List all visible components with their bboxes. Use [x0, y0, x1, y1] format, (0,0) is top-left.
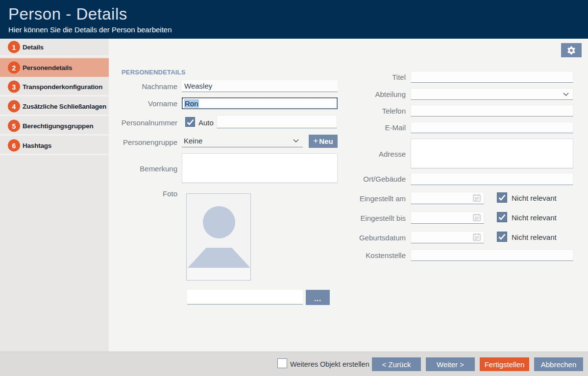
eingestellt-bis-label: Eingestellt bis	[332, 214, 406, 222]
back-button[interactable]: < Zurück	[372, 357, 421, 371]
eingestellt-bis-not-relevant-label: Nicht relevant	[512, 213, 557, 222]
step-number-badge: 1	[8, 41, 20, 53]
abteilung-select[interactable]	[411, 88, 573, 100]
kostenstelle-input[interactable]	[411, 249, 573, 261]
nachname-label: Nachname	[109, 82, 177, 91]
email-label: E-Mail	[332, 123, 406, 132]
step-label: Hashtags	[23, 142, 51, 149]
adresse-label: Adresse	[332, 150, 406, 158]
calendar-icon	[473, 233, 481, 241]
finish-button[interactable]: Fertigstellen	[480, 357, 529, 371]
new-button-label: Neu	[319, 137, 333, 145]
personalnummer-input[interactable]	[217, 115, 337, 128]
titel-label: Titel	[332, 73, 406, 81]
step-label: Zusätzliche Schließanlagen	[23, 103, 106, 110]
chevron-down-icon	[563, 93, 569, 96]
step-label: Berechtigungsgruppen	[23, 122, 94, 130]
foto-path-input[interactable]	[187, 290, 303, 305]
step-label: Transponderkonfiguration	[23, 83, 102, 91]
eingestellt-am-label: Eingestellt am	[332, 194, 406, 203]
ort-gebaeude-label: Ort/Gebäude	[332, 175, 406, 183]
plus-icon: +	[313, 136, 318, 146]
nachname-input[interactable]	[182, 80, 338, 92]
step-label: Personendetails	[23, 64, 72, 71]
cancel-button[interactable]: Abbrechen	[534, 357, 583, 371]
settings-button[interactable]	[561, 43, 582, 57]
geburtsdatum-not-relevant-checkbox[interactable]	[497, 232, 507, 242]
abteilung-label: Abteilung	[332, 90, 406, 98]
page-header: Person - Details Hier können Sie die Det…	[0, 0, 588, 39]
eingestellt-am-not-relevant-checkbox[interactable]	[497, 192, 507, 203]
wizard-step-transponderkonfiguration[interactable]: 3 Transponderkonfiguration	[0, 78, 109, 96]
footer-bar: Weiteres Objekt erstellen < Zurück Weite…	[0, 352, 588, 376]
calendar-icon	[473, 194, 481, 202]
personalnummer-label: Personalnummer	[109, 118, 177, 127]
eingestellt-am-not-relevant-label: Nicht relevant	[512, 194, 557, 202]
wizard-step-personendetails[interactable]: 2 Personendetails	[0, 58, 109, 77]
create-another-label: Weiteres Objekt erstellen	[290, 360, 369, 368]
personengruppe-label: Personengruppe	[109, 138, 177, 146]
geburtsdatum-label: Geburtsdatum	[332, 234, 406, 242]
wizard-step-details[interactable]: 1 Details	[0, 39, 109, 57]
wizard-step-hashtags[interactable]: 6 Hashtags	[0, 137, 109, 155]
bemerkung-label: Bemerkung	[109, 164, 177, 173]
titel-input[interactable]	[411, 71, 573, 83]
wizard-step-berechtigungsgruppen[interactable]: 5 Berechtigungsgruppen	[0, 118, 109, 136]
vorname-label: Vorname	[109, 99, 177, 108]
ellipsis-label: ...	[314, 295, 321, 303]
bemerkung-textarea[interactable]	[182, 153, 338, 183]
person-details-window: Person - Details Hier können Sie die Det…	[0, 0, 588, 376]
eingestellt-bis-not-relevant-checkbox[interactable]	[497, 212, 507, 222]
auto-checkbox-label: Auto	[198, 118, 214, 127]
email-input[interactable]	[411, 122, 573, 133]
eingestellt-am-date-input[interactable]	[411, 192, 484, 204]
geburtsdatum-date-input[interactable]	[411, 231, 484, 243]
new-personengruppe-button[interactable]: +Neu	[309, 135, 338, 148]
vorname-input[interactable]: Ron	[182, 97, 338, 109]
check-icon	[498, 234, 506, 240]
create-another-checkbox[interactable]	[277, 358, 287, 368]
page-subtitle: Hier können Sie die Details der Person b…	[8, 25, 172, 34]
telefon-label: Telefon	[332, 107, 406, 115]
wizard-sidebar: 1 Details 2 Personendetails 3 Transponde…	[0, 39, 109, 352]
next-button[interactable]: Weiter >	[426, 357, 475, 371]
auto-checkbox[interactable]	[185, 117, 195, 127]
step-number-badge: 2	[8, 62, 20, 74]
step-number-badge: 3	[8, 81, 20, 93]
eingestellt-bis-date-input[interactable]	[411, 212, 484, 224]
chevron-down-icon	[293, 139, 299, 142]
kostenstelle-label: Kostenstelle	[332, 251, 406, 259]
personengruppe-select[interactable]: Keine	[182, 135, 303, 147]
gear-icon	[566, 46, 576, 55]
person-silhouette-icon	[187, 194, 250, 280]
calendar-icon	[473, 213, 481, 221]
telefon-input[interactable]	[411, 105, 573, 117]
selected-text: Ron	[184, 99, 199, 108]
foto-label: Foto	[109, 189, 177, 198]
check-icon	[498, 194, 506, 201]
photo-placeholder[interactable]	[186, 193, 251, 281]
check-icon	[187, 119, 194, 125]
page-title: Person - Details	[8, 5, 127, 24]
wizard-step-zusaetzliche-schliessanlagen[interactable]: 4 Zusätzliche Schließanlagen	[0, 98, 109, 116]
check-icon	[498, 214, 506, 220]
adresse-textarea[interactable]	[411, 139, 573, 168]
step-label: Details	[23, 44, 44, 51]
step-number-badge: 6	[8, 140, 20, 152]
geburtsdatum-not-relevant-label: Nicht relevant	[512, 233, 557, 241]
personengruppe-value: Keine	[184, 137, 202, 145]
browse-photo-button[interactable]: ...	[306, 290, 330, 305]
form-content: PERSONENDETAILS Nachname Vorname Ron Per…	[109, 39, 588, 352]
step-number-badge: 4	[8, 100, 20, 113]
step-number-badge: 5	[8, 120, 20, 132]
ort-gebaeude-input[interactable]	[411, 173, 573, 185]
section-heading: PERSONENDETAILS	[122, 69, 186, 76]
